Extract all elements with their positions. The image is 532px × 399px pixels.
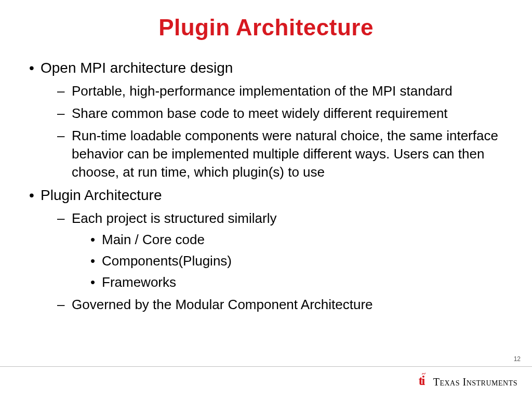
list-item: Main / Core code — [90, 231, 507, 249]
list-item: Share common base code to meet widely di… — [57, 104, 507, 123]
footer-divider — [0, 366, 532, 367]
bullet-list: Open MPI architecture design Portable, h… — [25, 58, 507, 314]
bullet-text: Frameworks — [102, 274, 176, 290]
ti-logo-icon: ti~ — [419, 373, 429, 389]
list-item: Governed by the Modular Component Archit… — [57, 296, 507, 314]
bullet-text: Components(Plugins) — [102, 253, 232, 269]
list-item: Run-time loadable components were natura… — [57, 127, 507, 181]
page-number: 12 — [514, 355, 521, 363]
list-item: Each project is structured similarly Mai… — [57, 209, 507, 291]
bullet-text: Open MPI architecture design — [41, 60, 233, 76]
list-item: Plugin Architecture Each project is stru… — [29, 185, 507, 314]
sub-list: Each project is structured similarly Mai… — [41, 209, 507, 314]
slide-title: Plugin Architecture — [25, 15, 507, 41]
bullet-text: Main / Core code — [102, 232, 205, 247]
list-item: Frameworks — [90, 273, 507, 291]
bullet-text: Run-time loadable components were natura… — [72, 128, 498, 180]
bullet-text: Plugin Architecture — [41, 187, 162, 203]
brand-logo: ti~ Texas Instruments — [419, 374, 517, 390]
sub-sub-list: Main / Core code Components(Plugins) Fra… — [72, 231, 507, 291]
brand-name: Texas Instruments — [433, 376, 517, 388]
bullet-text: Governed by the Modular Component Archit… — [72, 297, 373, 312]
list-item: Portable, high-performance implementatio… — [57, 82, 507, 100]
bullet-text: Share common base code to meet widely di… — [72, 105, 448, 121]
list-item: Open MPI architecture design Portable, h… — [29, 58, 507, 181]
list-item: Components(Plugins) — [90, 252, 507, 270]
bullet-text: Each project is structured similarly — [72, 210, 276, 226]
slide: Plugin Architecture Open MPI architectur… — [0, 0, 532, 399]
bullet-text: Portable, high-performance implementatio… — [72, 83, 453, 99]
sub-list: Portable, high-performance implementatio… — [41, 82, 507, 181]
